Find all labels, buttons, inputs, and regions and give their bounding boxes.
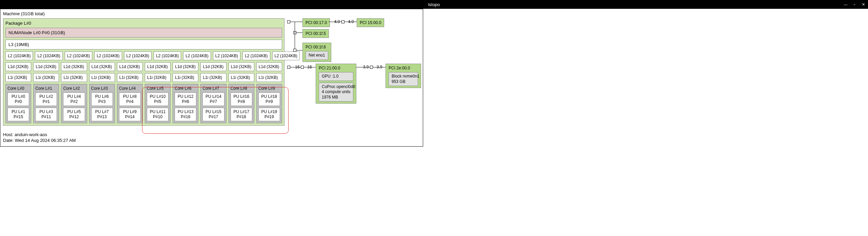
cache-cache: L1i (32KB)	[173, 73, 198, 82]
cache-cache: L1d (32KB)	[256, 62, 282, 71]
processing-unit: PU L#7P#13	[91, 108, 113, 121]
pci-device: PCI 00:17.0	[302, 18, 330, 27]
pci-osdev: Block nvme0n1 953 GB	[389, 72, 418, 86]
core-label: Core L#6	[175, 86, 196, 91]
footer: Host: anduin-work-aos Date: Wed 14 Aug 2…	[3, 132, 420, 144]
cache-cache: L2 (1024KB)	[35, 51, 62, 60]
junction-icon	[341, 20, 344, 23]
processing-unit: PU L#19P#19	[258, 108, 280, 121]
core-label: Core L#9	[258, 86, 280, 91]
osdev-line: Block nvme0n1	[392, 74, 419, 79]
titlebar: lstopo — ▫ ✕	[0, 0, 868, 9]
core: Core L#1PU L#2P#1PU L#3P#11	[33, 84, 59, 123]
cache-cache: L1d (32KB)	[200, 62, 226, 71]
pci-device: PCI 00:1f.5	[302, 29, 329, 38]
junction-icon	[293, 49, 296, 52]
osdev-line: 953 GB	[392, 79, 406, 84]
core: Core L#4PU L#8P#4PU L#9P#14	[117, 84, 143, 123]
cache-cache: L1d (32KB)	[145, 62, 171, 71]
l2-row: L2 (1024KB)L2 (1024KB)L2 (1024KB)L2 (102…	[5, 51, 282, 60]
io-column: PCI 00:17.0 4.0 4.0 PCI 15:00.0 PCI 00:1…	[287, 18, 420, 130]
cache-cache: L1d (32KB)	[89, 62, 115, 71]
processing-unit: PU L#14P#7	[202, 92, 224, 106]
processing-unit: PU L#0P#0	[7, 92, 29, 106]
bandwidth-label: 3.9	[377, 65, 382, 69]
junction-icon	[287, 20, 290, 23]
cache-cache: L2 (1024KB)	[94, 51, 122, 60]
cache-cache: L2 (1024KB)	[65, 51, 92, 60]
pci-device: PCI 21:00.0 GPU :1.0 CoProc opencl0d0 4 …	[316, 64, 356, 104]
pci-device: PCI 2e:00.0 Block nvme0n1 953 GB	[386, 64, 421, 88]
cache-cache: L1i (32KB)	[256, 73, 282, 82]
osdev-line: CoProc opencl0d0	[322, 84, 355, 89]
core: Core L#7PU L#14P#7PU L#15P#17	[200, 84, 226, 123]
bandwidth-label: 3.9	[363, 65, 369, 69]
pci-label: PCI 00:17.0	[305, 20, 327, 25]
footer-date: Date: Wed 14 Aug 2024 06:35:27 AM	[3, 138, 420, 144]
cache-cache: L1d (32KB)	[5, 62, 31, 71]
close-icon[interactable]: ✕	[861, 2, 865, 7]
topology-canvas: Machine (31GB total) Package L#0 NUMANod…	[0, 9, 423, 147]
cores-row: Core L#0PU L#0P#0PU L#1P#15Core L#1PU L#…	[5, 84, 282, 123]
minimize-icon[interactable]: —	[844, 2, 848, 6]
cache-cache: L2 (1024KB)	[124, 51, 152, 60]
core-label: Core L#4	[119, 86, 141, 91]
cache-cache: L1i (32KB)	[117, 73, 143, 82]
processing-unit: PU L#10P#5	[147, 92, 169, 106]
footer-host: Host: anduin-work-aos	[3, 132, 420, 138]
bandwidth-label: 4.0	[334, 19, 340, 24]
bandwidth-label: 16	[307, 65, 312, 69]
cache-cache: L2 (1024KB)	[242, 51, 270, 60]
l3-cache: L3 (19MB)	[5, 40, 282, 49]
pci-osdev: Net eno1	[305, 51, 328, 60]
core-label: Core L#3	[91, 86, 113, 91]
pci-label: PCI 15:00.0	[360, 20, 381, 25]
pci-label: PCI 00:1f.5	[305, 31, 326, 36]
cache-cache: L1i (32KB)	[145, 73, 171, 82]
cache-cache: L1i (32KB)	[5, 73, 31, 82]
osdev-label: Net eno1	[309, 53, 325, 58]
processing-unit: PU L#3P#11	[35, 108, 57, 121]
core: Core L#8PU L#16P#8PU L#17P#18	[229, 84, 254, 123]
maximize-icon[interactable]: ▫	[852, 2, 856, 6]
pci-device: PCI 00:1f.6 Net eno1	[302, 43, 331, 62]
l1d-row: L1d (32KB)L1d (32KB)L1d (32KB)L1d (32KB)…	[5, 62, 282, 71]
processing-unit: PU L#16P#8	[231, 92, 252, 106]
core-label: Core L#2	[63, 86, 85, 91]
processing-unit: PU L#18P#9	[258, 92, 280, 106]
package: Package L#0 NUMANode L#0 P#0 (31GB) L3 (…	[3, 18, 284, 126]
processing-unit: PU L#15P#17	[202, 108, 224, 121]
bandwidth-label: 4.0	[348, 19, 354, 24]
processing-unit: PU L#6P#3	[91, 92, 113, 106]
cache-cache: L2 (1024KB)	[183, 51, 211, 60]
cache-cache: L2 (1024KB)	[5, 51, 33, 60]
core: Core L#3PU L#6P#3PU L#7P#13	[89, 84, 115, 123]
cache-cache: L1d (32KB)	[33, 62, 59, 71]
bandwidth-label: 16	[295, 65, 299, 69]
cache-cache: L1i (32KB)	[200, 73, 226, 82]
core: Core L#5PU L#10P#5PU L#11P#10	[145, 84, 171, 123]
processing-unit: PU L#8P#4	[119, 92, 141, 106]
processing-unit: PU L#12P#6	[175, 92, 196, 106]
core: Core L#6PU L#12P#6PU L#13P#16	[173, 84, 198, 123]
core: Core L#0PU L#0P#0PU L#1P#15	[5, 84, 31, 123]
core-label: Core L#0	[7, 86, 29, 91]
pci-osdev: CoProc opencl0d0 4 compute units 1976 MB	[319, 83, 353, 102]
osdev-line: 1976 MB	[322, 95, 338, 100]
cache-cache: L1d (32KB)	[117, 62, 143, 71]
processing-unit: PU L#2P#1	[35, 92, 57, 106]
machine-label: Machine (31GB total)	[3, 11, 420, 16]
cache-cache: L2 (1024KB)	[154, 51, 181, 60]
window-controls: — ▫ ✕	[844, 0, 865, 9]
cache-cache: L1d (32KB)	[173, 62, 198, 71]
junction-icon	[370, 66, 373, 69]
package-label: Package L#0	[5, 21, 282, 26]
core-label: Core L#7	[202, 86, 224, 91]
cache-cache: L1i (32KB)	[33, 73, 59, 82]
cache-cache: L1i (32KB)	[229, 73, 254, 82]
pci-label: PCI 2e:00.0	[389, 66, 410, 70]
processing-unit: PU L#9P#14	[119, 108, 141, 121]
core-label: Core L#1	[35, 86, 57, 91]
junction-icon	[287, 66, 290, 69]
cache-cache: L1d (32KB)	[61, 62, 87, 71]
